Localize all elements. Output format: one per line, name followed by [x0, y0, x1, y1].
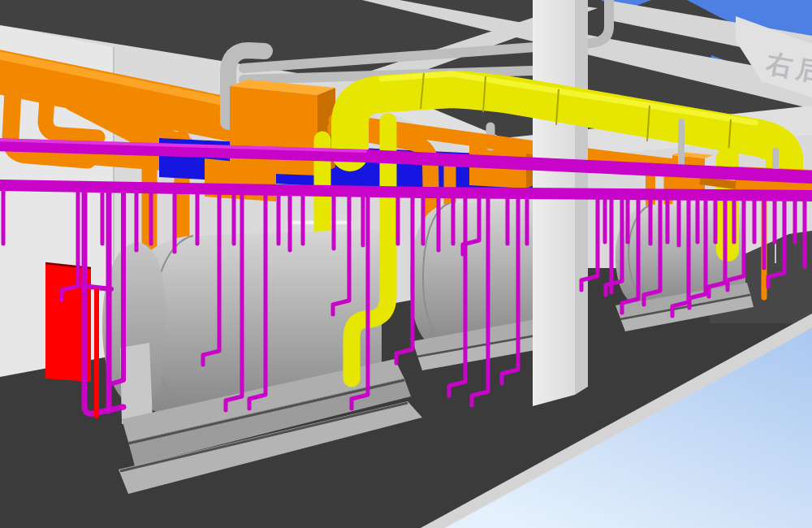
model-scene[interactable]: 右后: [0, 0, 812, 528]
column-front-face: [533, 0, 575, 406]
cad-3d-viewport[interactable]: 右后: [0, 0, 812, 528]
orange-duct-connector: [700, 180, 736, 185]
orange-box-1-front: [230, 86, 317, 175]
structural-column[interactable]: [533, 0, 588, 406]
